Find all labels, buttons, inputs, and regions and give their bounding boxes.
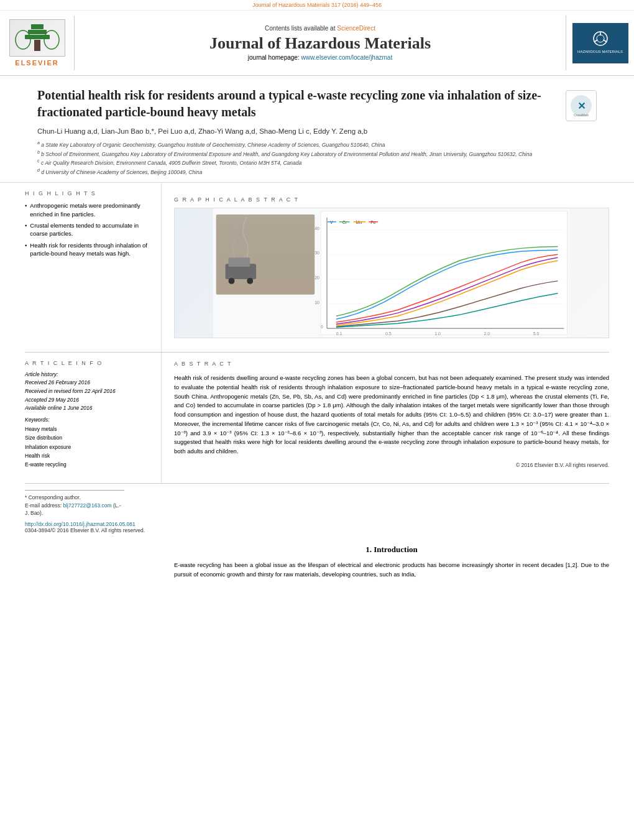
footnote-section: * Corresponding author. E-mail address: … — [0, 484, 634, 521]
intro-left — [25, 545, 162, 579]
svg-text:CrossMark: CrossMark — [574, 113, 589, 117]
svg-point-20 — [247, 278, 253, 284]
highlight-item-1: Anthropogenic metals were predominantly … — [25, 201, 152, 218]
affiliation-d: d d University of Chinese Academy of Sci… — [37, 167, 597, 177]
history-title: Article history: — [25, 371, 152, 377]
svg-text:5.0: 5.0 — [533, 331, 540, 336]
intro-paragraph: E-waste recycling has been a global issu… — [174, 561, 609, 579]
svg-text:40: 40 — [315, 226, 319, 231]
article-header: Potential health risk for residents arou… — [0, 76, 634, 183]
corresponding-email[interactable]: blj727722@163.com — [63, 502, 111, 509]
section-title: Introduction — [374, 545, 418, 554]
hazardous-title: HAZARDOUS MATERIALS — [577, 50, 623, 55]
email-label: E-mail address: — [25, 502, 62, 509]
article-title: Potential health risk for residents arou… — [37, 87, 566, 121]
keywords-title: Keywords: — [25, 417, 152, 423]
highlight-list: Anthropogenic metals were predominantly … — [25, 201, 152, 257]
available-date: Available online 1 June 2016 — [25, 404, 152, 413]
homepage-link[interactable]: www.elsevier.com/locate/jhazmat — [301, 54, 392, 61]
svg-text:2.0: 2.0 — [484, 331, 490, 336]
journal-center: Contents lists available at ScienceDirec… — [75, 16, 566, 70]
highlights-title: H I G H L I G H T S — [25, 190, 152, 196]
affiliations: a a State Key Laboratory of Organic Geoc… — [37, 140, 597, 176]
journal-title: Journal of Hazardous Materials — [209, 34, 431, 53]
received-revised-date: Received in revised form 22 April 2016 — [25, 387, 152, 396]
svg-text:0.5: 0.5 — [385, 331, 392, 336]
article-history: Article history: Received 26 February 20… — [25, 371, 152, 412]
elsevier-text: ELSEVIER — [15, 59, 58, 67]
elsevier-logo-image — [9, 19, 65, 57]
svg-rect-3 — [34, 40, 40, 51]
contents-text: Contents lists available at — [265, 25, 335, 32]
corresponding-author: * Corresponding author. — [25, 494, 124, 502]
left-column-info: A R T I C L E I N F O Article history: R… — [25, 353, 162, 483]
accepted-date: Accepted 29 May 2016 — [25, 396, 152, 405]
section-number: 1. — [365, 545, 372, 554]
svg-rect-18 — [229, 258, 250, 267]
svg-text:0: 0 — [321, 325, 323, 329]
abstract-copyright: © 2016 Elsevier B.V. All rights reserved… — [174, 461, 609, 469]
email-line: E-mail address: blj727722@163.com (L.-J.… — [25, 502, 124, 518]
received-date: Received 26 February 2016 — [25, 379, 152, 387]
affiliation-a: a a State Key Laboratory of Organic Geoc… — [37, 140, 597, 149]
svg-text:Aerodynamic Diameter Dae (μm): Aerodynamic Diameter Dae (μm) — [410, 337, 472, 338]
highlights-section: H I G H L I G H T S Anthropogenic metals… — [25, 190, 152, 257]
svg-point-19 — [229, 278, 235, 284]
keyword-2: Size distribution — [25, 433, 152, 442]
svg-point-5 — [44, 30, 59, 49]
hazardous-logo-box: HAZARDOUS MATERIALS — [572, 23, 628, 63]
doi-link[interactable]: http://dx.doi.org/10.1016/j.jhazmat.2016… — [25, 521, 136, 527]
svg-text:1.0: 1.0 — [434, 331, 441, 336]
article-info-title: A R T I C L E I N F O — [25, 360, 152, 366]
graphical-abstract-section: G R A P H I C A L A B S T R A C T — [174, 190, 609, 344]
intro-text: E-waste recycling has been a global issu… — [174, 561, 609, 579]
info-abstract-row: A R T I C L E I N F O Article history: R… — [0, 353, 634, 483]
title-row: Potential health risk for residents arou… — [37, 87, 597, 121]
svg-text:✕: ✕ — [577, 101, 586, 111]
keyword-5: E-waste recycling — [25, 460, 152, 469]
doi-bar: Journal of Hazardous Materials 317 (2016… — [0, 0, 634, 11]
intro-section-title: 1. Introduction — [174, 545, 609, 555]
right-column-graphical: G R A P H I C A L A B S T R A C T — [162, 183, 609, 352]
homepage-text: journal homepage: — [248, 54, 300, 61]
hazardous-logo: HAZARDOUS MATERIALS — [566, 16, 634, 70]
highlight-item-3: Health risk for residents through inhala… — [25, 241, 152, 258]
abstract-text: Health risk of residents dwelling around… — [174, 374, 609, 456]
sciencedirect-link[interactable]: ScienceDirect — [337, 25, 375, 32]
journal-header: ELSEVIER Contents lists available at Sci… — [0, 11, 634, 76]
doi-text: Journal of Hazardous Materials 317 (2016… — [252, 2, 382, 8]
svg-rect-1 — [28, 30, 47, 34]
svg-text:10: 10 — [315, 300, 319, 305]
affiliation-b: b b School of Environment, Guangzhou Key… — [37, 149, 597, 159]
svg-text:20: 20 — [315, 275, 319, 280]
graphical-abstract-title: G R A P H I C A L A B S T R A C T — [174, 196, 609, 203]
keyword-3: Inhalation exposure — [25, 443, 152, 451]
right-column-abstract: A B S T R A C T Health risk of residents… — [162, 353, 609, 483]
authors: Chun-Li Huang a,d, Lian-Jun Bao b,*, Pei… — [37, 127, 597, 135]
svg-rect-0 — [31, 24, 44, 29]
intro-right: 1. Introduction E-waste recycling has be… — [162, 545, 609, 579]
svg-text:30: 30 — [315, 251, 319, 256]
svg-text:0.1: 0.1 — [336, 331, 342, 336]
crossmark-logo: ✕ CrossMark — [566, 90, 597, 121]
article-info-section: A R T I C L E I N F O Article history: R… — [25, 360, 152, 469]
introduction-section: 1. Introduction E-waste recycling has be… — [0, 538, 634, 585]
doi-footer: http://dx.doi.org/10.1016/j.jhazmat.2016… — [0, 521, 634, 538]
keywords-section: Keywords: Heavy metals Size distribution… — [25, 417, 152, 469]
svg-rect-2 — [25, 35, 50, 39]
issn-text: 0304-3894/© 2016 Elsevier B.V. All right… — [25, 527, 145, 533]
highlight-item-2: Crustal elements tended to accumulate in… — [25, 221, 152, 238]
keyword-1: Heavy metals — [25, 425, 152, 433]
footnote-text: * Corresponding author. E-mail address: … — [25, 490, 124, 517]
graphical-abstract-image: 0 10 20 30 40 — [174, 208, 609, 338]
svg-point-7 — [597, 35, 604, 42]
svg-point-4 — [16, 30, 30, 49]
journal-homepage: journal homepage: www.elsevier.com/locat… — [248, 54, 392, 61]
highlights-graphical-row: H I G H L I G H T S Anthropogenic metals… — [0, 183, 634, 352]
page: Journal of Hazardous Materials 317 (2016… — [0, 0, 634, 840]
elsevier-logo: ELSEVIER — [0, 16, 75, 70]
keyword-4: Health risk — [25, 451, 152, 460]
left-column-highlights: H I G H L I G H T S Anthropogenic metals… — [25, 183, 162, 352]
abstract-section: A B S T R A C T Health risk of residents… — [174, 360, 609, 469]
contents-available: Contents lists available at ScienceDirec… — [265, 25, 375, 32]
